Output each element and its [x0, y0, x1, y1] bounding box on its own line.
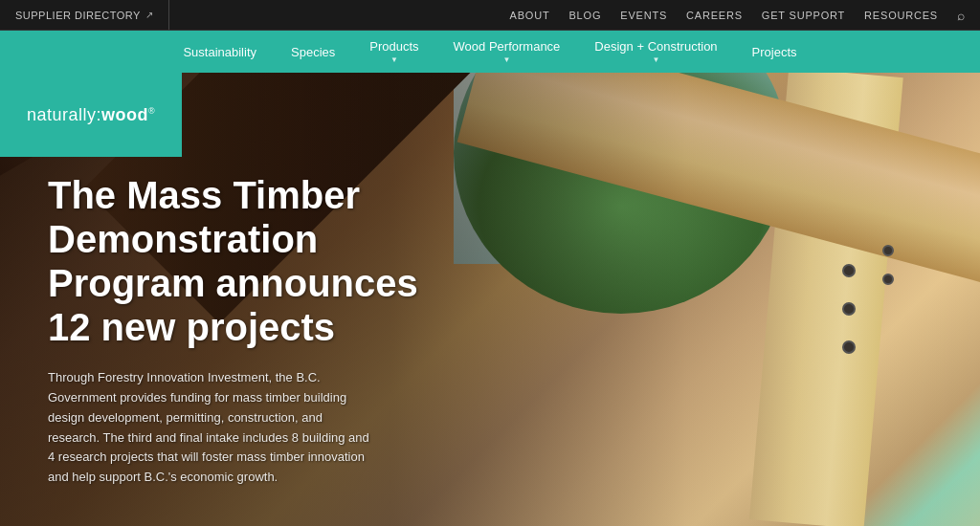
hero-body-text: Through Forestry Innovation Investment, …	[48, 368, 373, 488]
hero-headline: The Mass Timber Demonstration Program an…	[48, 173, 450, 349]
nav-sustainability[interactable]: Sustainability	[166, 31, 274, 73]
top-bar: SUPPLIER DIRECTORY ↗ ABOUT BLOG EVENTS C…	[0, 0, 980, 31]
hero-content: The Mass Timber Demonstration Program an…	[48, 173, 450, 488]
supplier-directory-link[interactable]: SUPPLIER DIRECTORY ↗	[15, 10, 153, 21]
nav-projects[interactable]: Projects	[735, 31, 814, 73]
nav-products[interactable]: Products ▼	[352, 31, 435, 73]
logo-box[interactable]: naturally:wood®	[0, 73, 182, 157]
logo: naturally:wood®	[27, 105, 155, 125]
top-nav: ABOUT BLOG EVENTS CAREERS GET SUPPORT RE…	[510, 8, 965, 23]
nav-species[interactable]: Species	[274, 31, 352, 73]
hero-section: naturally:wood® The Mass Timber Demonstr…	[0, 73, 980, 526]
nav-design-construction[interactable]: Design + Construction ▼	[577, 31, 734, 73]
products-chevron-icon: ▼	[390, 55, 398, 64]
top-nav-careers[interactable]: CAREERS	[686, 10, 743, 21]
supplier-directory-label: SUPPLIER DIRECTORY	[15, 10, 141, 21]
top-nav-events[interactable]: EVENTS	[620, 10, 667, 21]
logo-registered: ®	[148, 106, 155, 116]
search-icon[interactable]: ⌕	[957, 8, 965, 23]
top-nav-resources[interactable]: RESOURCES	[864, 10, 938, 21]
design-construction-chevron-icon: ▼	[653, 55, 660, 64]
supplier-directory-section: SUPPLIER DIRECTORY ↗	[15, 0, 169, 30]
secondary-nav: Sustainability Species Products ▼ Wood P…	[0, 31, 980, 73]
wood-performance-chevron-icon: ▼	[503, 55, 511, 64]
nav-wood-performance[interactable]: Wood Performance ▼	[436, 31, 578, 73]
external-link-icon: ↗	[145, 10, 154, 20]
top-nav-blog[interactable]: BLOG	[568, 10, 601, 21]
top-nav-get-support[interactable]: GET SUPPORT	[762, 10, 845, 21]
top-nav-about[interactable]: ABOUT	[510, 10, 550, 21]
